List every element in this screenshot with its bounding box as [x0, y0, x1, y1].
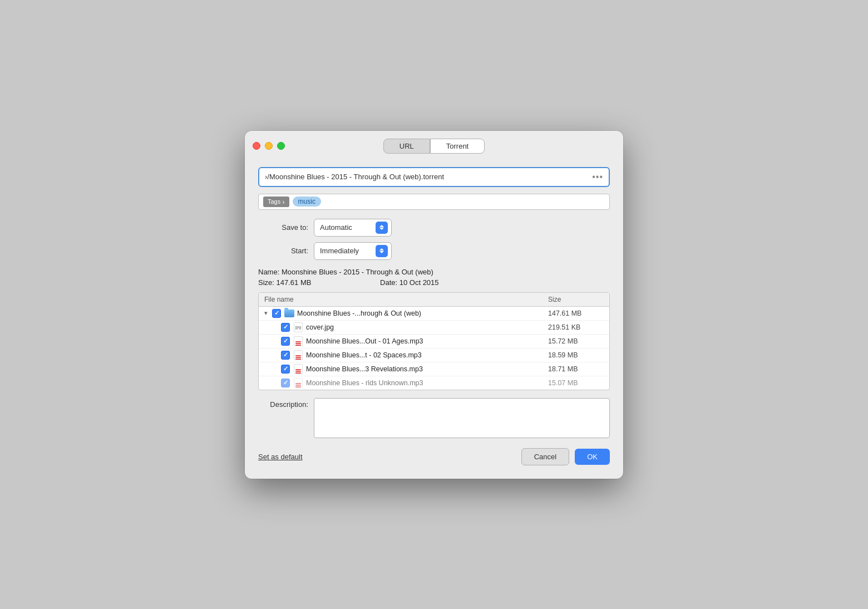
save-to-select[interactable]: Automatic	[314, 219, 392, 237]
jpg-icon: jpg	[293, 323, 303, 332]
start-value: Immediately	[320, 247, 371, 255]
tab-url[interactable]: URL	[383, 139, 430, 154]
info-meta-line: Size: 147.61 MB Date: 10 Oct 2015	[258, 278, 610, 287]
info-name-label: Name:	[258, 268, 279, 276]
start-row: Start: Immediately	[258, 242, 610, 260]
info-date-value: 10 Oct 2015	[400, 278, 439, 287]
description-row: Description:	[258, 398, 610, 438]
save-to-value: Automatic	[320, 223, 371, 232]
set-default-link[interactable]: Set as default	[258, 453, 521, 461]
filepath-row: ›/Moonshine Blues - 2015 - Through & Out…	[258, 167, 610, 187]
bottom-bar: Set as default Cancel OK	[245, 448, 623, 465]
filepath-text: ›/Moonshine Blues - 2015 - Through & Out…	[265, 173, 444, 181]
traffic-lights	[253, 142, 285, 150]
filepath-dots-button[interactable]: •••	[592, 172, 603, 182]
info-size-value: 147.61 MB	[277, 278, 312, 287]
start-label: Start:	[258, 247, 308, 255]
table-body: ▾ ✓ Moonshine Blues -...hrough & Out (we…	[259, 307, 609, 390]
row-checkbox[interactable]: ✓	[281, 323, 290, 332]
description-label: Description:	[258, 398, 308, 409]
table-row: ▾ ✓ Moonshine Blues -...hrough & Out (we…	[259, 307, 609, 321]
table-row: ✓ Moonshine Blues...3 Revelations.mp3 18…	[259, 362, 609, 376]
file-name: Moonshine Blues...3 Revelations.mp3	[306, 365, 548, 373]
info-date-label: Date:	[380, 278, 397, 287]
titlebar: URL Torrent	[245, 131, 623, 154]
file-size: 15.72 MB	[548, 337, 604, 345]
info-name-line: Name: Moonshine Blues - 2015 - Through &…	[258, 268, 610, 276]
description-textarea[interactable]	[314, 398, 610, 438]
minimize-button[interactable]	[265, 142, 273, 150]
row-checkbox[interactable]: ✓	[281, 365, 290, 374]
file-size: 15.07 MB	[548, 379, 604, 387]
file-size: 219.51 KB	[548, 323, 604, 331]
save-to-label: Save to:	[258, 223, 308, 232]
row-checkbox[interactable]: ✓	[281, 337, 290, 346]
dialog-window: URL Torrent ›/Moonshine Blues - 2015 - T…	[245, 131, 623, 479]
mp3-icon	[293, 365, 303, 374]
save-to-row: Save to: Automatic	[258, 219, 610, 237]
tags-label: Tags	[263, 197, 289, 207]
file-size: 18.71 MB	[548, 365, 604, 373]
info-section: Name: Moonshine Blues - 2015 - Through &…	[258, 268, 610, 287]
dialog-content: ›/Moonshine Blues - 2015 - Through & Out…	[245, 160, 623, 438]
col-header-size: Size	[548, 296, 604, 303]
save-to-arrow-icon	[376, 222, 388, 234]
file-size: 147.61 MB	[548, 310, 604, 317]
filepath-input[interactable]: ›/Moonshine Blues - 2015 - Through & Out…	[258, 167, 610, 187]
ok-button[interactable]: OK	[575, 449, 610, 465]
mp3-icon	[293, 351, 303, 360]
close-button[interactable]	[253, 142, 260, 150]
col-header-name: File name	[264, 296, 548, 303]
maximize-button[interactable]	[277, 142, 285, 150]
row-checkbox[interactable]: ✓	[281, 351, 290, 360]
file-name: Moonshine Blues...t - 02 Spaces.mp3	[306, 351, 548, 359]
tab-torrent[interactable]: Torrent	[430, 139, 485, 154]
file-name: Moonshine Blues -...hrough & Out (web)	[297, 310, 548, 317]
info-name-value: Moonshine Blues - 2015 - Through & Out (…	[282, 268, 433, 276]
table-row: ✓ Moonshine Blues...Out - 01 Ages.mp3 15…	[259, 335, 609, 348]
tags-row[interactable]: Tags music	[258, 194, 610, 210]
cancel-button[interactable]: Cancel	[521, 448, 569, 465]
file-table: File name Size ▾ ✓ Moonshine Blues -...h…	[258, 292, 610, 390]
start-select[interactable]: Immediately	[314, 242, 392, 260]
table-row: ✓ Moonshine Blues...t - 02 Spaces.mp3 18…	[259, 348, 609, 362]
table-header: File name Size	[259, 293, 609, 307]
row-checkbox[interactable]: ✓	[272, 309, 281, 318]
folder-icon	[284, 309, 294, 318]
table-row: ✓ jpg cover.jpg 219.51 KB	[259, 321, 609, 335]
mp3-icon	[293, 337, 303, 346]
tab-bar: URL Torrent	[383, 139, 485, 154]
info-size-label: Size:	[258, 278, 274, 287]
table-row: ✓ Moonshine Blues - rlds Unknown.mp3 15.…	[259, 376, 609, 390]
row-checkbox[interactable]: ✓	[281, 379, 290, 387]
tag-chip-music[interactable]: music	[293, 197, 321, 207]
file-name: Moonshine Blues - rlds Unknown.mp3	[306, 379, 548, 387]
file-name: cover.jpg	[306, 323, 548, 331]
file-name: Moonshine Blues...Out - 01 Ages.mp3	[306, 337, 548, 345]
mp3-icon	[293, 379, 303, 387]
file-size: 18.59 MB	[548, 351, 604, 359]
expand-icon[interactable]: ▾	[264, 310, 272, 317]
start-arrow-icon	[376, 245, 388, 257]
